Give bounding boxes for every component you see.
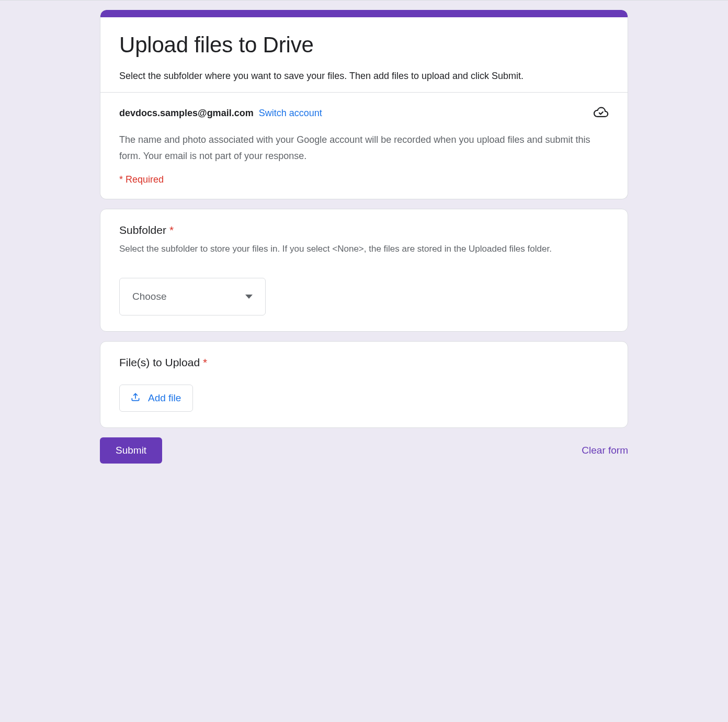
form-page: Upload files to Drive Select the subfold… bbox=[100, 1, 628, 484]
question-subfolder-card: Subfolder * Select the subfolder to stor… bbox=[100, 209, 628, 332]
question-body: File(s) to Upload * Add file bbox=[100, 342, 628, 427]
required-star: * bbox=[203, 356, 207, 369]
account-note: The name and photo associated with your … bbox=[119, 132, 609, 164]
account-section: devdocs.samples@gmail.com Switch account… bbox=[100, 93, 628, 199]
question-title-row: Subfolder * bbox=[119, 224, 609, 236]
submit-button[interactable]: Submit bbox=[100, 437, 162, 464]
chevron-down-icon bbox=[245, 295, 253, 299]
question-title: Subfolder bbox=[119, 224, 166, 236]
cloud-done-icon bbox=[593, 104, 609, 122]
question-description: Select the subfolder to store your files… bbox=[119, 242, 609, 257]
question-title-row: File(s) to Upload * bbox=[119, 356, 609, 369]
form-title: Upload files to Drive bbox=[119, 32, 609, 58]
form-header-card: Upload files to Drive Select the subfold… bbox=[100, 10, 628, 199]
question-title: File(s) to Upload bbox=[119, 356, 200, 369]
switch-account-link[interactable]: Switch account bbox=[259, 108, 322, 119]
upload-icon bbox=[130, 392, 141, 405]
subfolder-select-label: Choose bbox=[132, 291, 167, 302]
account-email: devdocs.samples@gmail.com bbox=[119, 108, 254, 119]
account-row: devdocs.samples@gmail.com Switch account bbox=[119, 104, 609, 122]
form-description: Select the subfolder where you want to s… bbox=[119, 69, 609, 84]
header-body: Upload files to Drive Select the subfold… bbox=[100, 17, 628, 92]
clear-form-link[interactable]: Clear form bbox=[582, 445, 628, 456]
required-star: * bbox=[169, 224, 174, 236]
form-actions: Submit Clear form bbox=[100, 437, 628, 464]
add-file-label: Add file bbox=[148, 392, 181, 404]
header-accent-stripe bbox=[100, 10, 628, 17]
add-file-button[interactable]: Add file bbox=[119, 385, 193, 412]
question-files-card: File(s) to Upload * Add file bbox=[100, 341, 628, 428]
question-body: Subfolder * Select the subfolder to stor… bbox=[100, 209, 628, 331]
subfolder-select[interactable]: Choose bbox=[119, 278, 266, 315]
required-indicator: * Required bbox=[119, 174, 609, 185]
